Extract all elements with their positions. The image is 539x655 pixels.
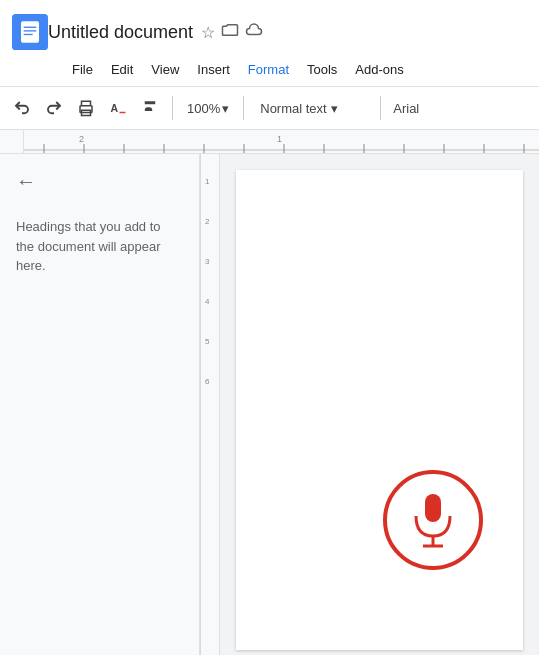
font-display[interactable]: Arial bbox=[389, 98, 423, 119]
outline-back-arrow[interactable]: ← bbox=[16, 170, 36, 192]
zoom-chevron: ▾ bbox=[222, 101, 229, 116]
svg-text:1: 1 bbox=[277, 134, 282, 144]
cloud-icon[interactable] bbox=[245, 21, 263, 43]
print-button[interactable] bbox=[72, 94, 100, 122]
toolbar: A 100% ▾ Normal text ▾ Arial bbox=[0, 86, 539, 130]
svg-text:1: 1 bbox=[205, 177, 210, 186]
svg-rect-31 bbox=[425, 494, 441, 522]
title-bar: Untitled document ☆ bbox=[0, 0, 539, 56]
outline-placeholder: Headings that you add to the document wi… bbox=[16, 217, 179, 276]
ruler-left bbox=[0, 130, 24, 153]
mic-inner bbox=[408, 490, 458, 550]
svg-text:A: A bbox=[111, 102, 119, 114]
doc-title[interactable]: Untitled document bbox=[48, 22, 193, 43]
svg-text:2: 2 bbox=[205, 217, 210, 226]
menu-addons[interactable]: Add-ons bbox=[347, 59, 411, 80]
doc-area bbox=[220, 154, 539, 655]
star-icon[interactable]: ☆ bbox=[201, 23, 215, 42]
outline-panel: 1 2 3 4 5 6 ← Headings that you add to t… bbox=[0, 154, 220, 655]
undo-button[interactable] bbox=[8, 94, 36, 122]
menu-bar: File Edit View Insert Format Tools Add-o… bbox=[0, 56, 539, 86]
menu-tools[interactable]: Tools bbox=[299, 59, 345, 80]
ruler-area: 2 1 bbox=[0, 130, 539, 154]
svg-text:5: 5 bbox=[205, 337, 210, 346]
doc-page bbox=[236, 170, 523, 650]
menu-file[interactable]: File bbox=[64, 59, 101, 80]
main-area: 1 2 3 4 5 6 ← Headings that you add to t… bbox=[0, 154, 539, 655]
menu-insert[interactable]: Insert bbox=[189, 59, 238, 80]
svg-rect-3 bbox=[24, 30, 37, 31]
style-chevron: ▾ bbox=[331, 101, 338, 116]
vertical-ruler: 1 2 3 4 5 6 bbox=[199, 154, 219, 655]
svg-rect-2 bbox=[24, 27, 37, 28]
svg-text:2: 2 bbox=[79, 134, 84, 144]
folder-icon[interactable] bbox=[221, 21, 239, 43]
menu-format[interactable]: Format bbox=[240, 59, 297, 80]
menu-view[interactable]: View bbox=[143, 59, 187, 80]
svg-text:4: 4 bbox=[205, 297, 210, 306]
style-value: Normal text bbox=[260, 101, 326, 116]
svg-text:6: 6 bbox=[205, 377, 210, 386]
title-icons: ☆ bbox=[201, 21, 263, 43]
doc-title-row: Untitled document ☆ bbox=[48, 21, 263, 43]
title-section: Untitled document ☆ bbox=[48, 21, 263, 43]
redo-button[interactable] bbox=[40, 94, 68, 122]
paint-format-button[interactable] bbox=[136, 94, 164, 122]
style-selector[interactable]: Normal text ▾ bbox=[252, 98, 372, 119]
zoom-selector[interactable]: 100% ▾ bbox=[181, 98, 235, 119]
svg-rect-4 bbox=[24, 34, 33, 35]
menu-edit[interactable]: Edit bbox=[103, 59, 141, 80]
svg-text:3: 3 bbox=[205, 257, 210, 266]
svg-rect-1 bbox=[21, 21, 39, 43]
toolbar-divider-3 bbox=[380, 96, 381, 120]
toolbar-divider-1 bbox=[172, 96, 173, 120]
app-icon bbox=[12, 14, 48, 50]
spelling-button[interactable]: A bbox=[104, 94, 132, 122]
microphone-button[interactable] bbox=[383, 470, 483, 570]
toolbar-divider-2 bbox=[243, 96, 244, 120]
ruler-main: 2 1 bbox=[24, 130, 539, 153]
zoom-value: 100% bbox=[187, 101, 220, 116]
